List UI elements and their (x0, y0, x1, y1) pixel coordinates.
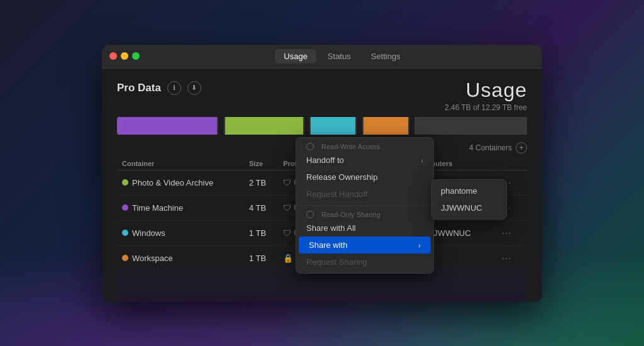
submenu-label-phantome: phantome (441, 186, 477, 196)
menu-label-share-all: Share with All (306, 223, 356, 233)
bar-segment-free (416, 117, 527, 135)
dot-windows (122, 230, 128, 236)
col-header-container: Container (117, 157, 244, 170)
menu-label-readonly: Read-Only Sharing (321, 211, 380, 218)
containers-count: 4 Containers (469, 143, 512, 152)
container-name-label: Photo & Video Archive (132, 178, 213, 187)
circle-icon (306, 143, 314, 150)
dot-workspace (122, 255, 128, 261)
shield-icon: 🛡 (283, 178, 291, 187)
menu-item-request-handoff: Request Handoff (296, 186, 433, 203)
menu-label-request-sharing: Request Sharing (306, 257, 367, 267)
chevron-right-icon: › (418, 242, 421, 249)
chevron-right-icon: › (421, 157, 423, 164)
usage-subtitle: 2.46 TB of 12.29 TB free (445, 103, 527, 112)
menu-separator (296, 205, 433, 206)
context-menu: Read-Write Access Handoff to › Release O… (296, 137, 434, 274)
bar-segment-2 (225, 117, 303, 135)
header-row: Pro Data ℹ ⬇ Usage 2.46 TB of 12.29 TB f… (117, 79, 527, 112)
add-container-button[interactable]: + (516, 142, 527, 153)
size-cell: 2 TB (244, 170, 278, 195)
submenu-label-jjwwnuc: JJWWNUC (441, 203, 482, 213)
col-header-size: Size (244, 157, 278, 170)
dot-time-machine (122, 204, 128, 211)
bar-gap-1 (218, 117, 224, 135)
menu-label-share-with: Share with (309, 240, 347, 250)
header-right: Usage 2.46 TB of 12.29 TB free (445, 79, 527, 112)
container-name-cell: Windows (117, 220, 244, 245)
computer-name: JJWWNUC (430, 228, 471, 238)
info-button[interactable]: ℹ (167, 81, 181, 95)
disk-name: Pro Data (117, 82, 161, 94)
tab-status[interactable]: Status (319, 49, 360, 64)
storage-bar (117, 117, 527, 135)
tab-usage[interactable]: Usage (275, 49, 316, 64)
bar-gap-4 (409, 117, 415, 135)
menu-item-handoff[interactable]: Handoff to › (296, 152, 433, 169)
options-cell: ⋯ (492, 220, 527, 245)
container-name-cell: Time Machine (117, 195, 244, 220)
titlebar-tabs: Usage Status Settings (150, 49, 535, 64)
size-cell: 4 TB (244, 195, 278, 220)
menu-item-share-all[interactable]: Share with All (296, 220, 433, 237)
container-name-label: Workspace (132, 254, 173, 263)
menu-label-readwrite: Read-Write Access (321, 143, 380, 150)
lock-icon: 🔒 (283, 254, 293, 263)
page-title: Usage (445, 79, 527, 102)
size-cell: 1 TB (244, 220, 278, 245)
close-button[interactable] (109, 52, 117, 60)
menu-label-release: Release Ownership (306, 172, 377, 182)
bar-gap-3 (357, 117, 362, 135)
circle-icon (306, 211, 314, 218)
menu-item-request-sharing: Request Sharing (296, 254, 433, 271)
shield-icon: 🛡 (283, 228, 291, 238)
menu-item-release[interactable]: Release Ownership (296, 169, 433, 186)
submenu-item-jjwwnuc[interactable]: JJWWNUC (432, 199, 506, 216)
menu-item-share-with[interactable]: Share with › (299, 237, 431, 254)
bar-gap-2 (304, 117, 310, 135)
row-options-button[interactable]: ⋯ (497, 226, 515, 240)
bar-segment-1 (117, 117, 217, 135)
download-button[interactable]: ⬇ (187, 81, 201, 95)
traffic-lights (109, 52, 140, 60)
menu-label-request-handoff: Request Handoff (306, 189, 367, 199)
menu-section-readwrite: Read-Write Access (296, 140, 433, 152)
container-name-label: Time Machine (132, 203, 183, 213)
submenu-item-phantome[interactable]: phantome (432, 182, 506, 199)
row-options-button[interactable]: ⋯ (497, 252, 515, 265)
bar-segment-3 (311, 117, 355, 135)
menu-label-handoff: Handoff to (306, 155, 344, 165)
header-left: Pro Data ℹ ⬇ (117, 81, 201, 95)
container-name-cell: Photo & Video Archive (117, 170, 244, 195)
tab-settings[interactable]: Settings (362, 49, 409, 64)
submenu: phantome JJWWNUC (431, 179, 507, 220)
container-name-label: Windows (132, 228, 165, 238)
titlebar: Usage Status Settings (102, 45, 542, 69)
col-header-actions (492, 157, 527, 170)
minimize-button[interactable] (121, 52, 128, 60)
menu-section-readonly: Read-Only Sharing (296, 208, 433, 220)
shield-icon: 🛡 (283, 203, 291, 213)
bar-segment-4 (364, 117, 408, 135)
dot-photo (122, 179, 128, 186)
maximize-button[interactable] (132, 52, 140, 60)
